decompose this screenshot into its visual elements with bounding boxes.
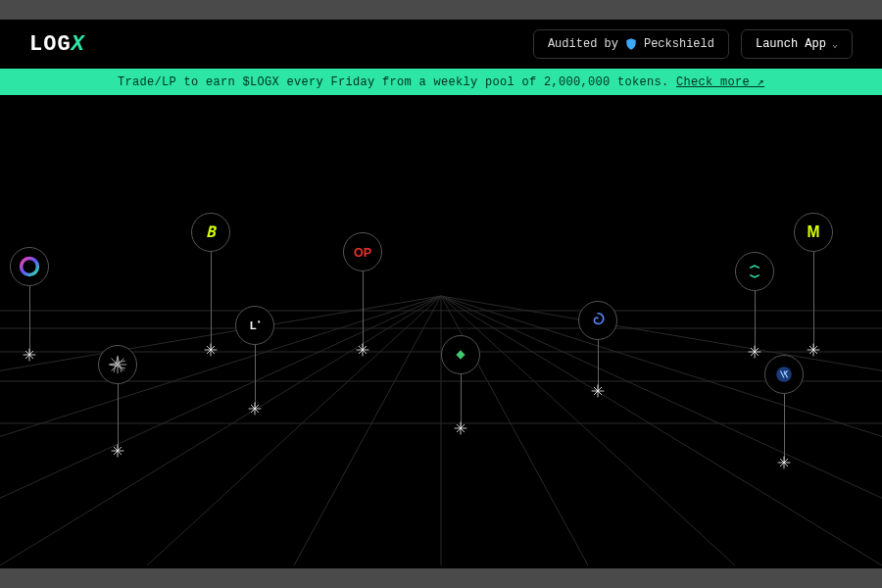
auditor-name: Peckshield: [644, 37, 714, 51]
promo-banner: Trade/LP to earn $LOGX every Friday from…: [0, 69, 882, 95]
shield-blue-icon[interactable]: [764, 355, 804, 394]
svg-text:OP: OP: [354, 246, 371, 260]
node-stem: [211, 252, 212, 350]
node-stem: [363, 271, 364, 350]
hex-ll-icon[interactable]: L: [235, 306, 274, 345]
brand-name: LOG: [29, 32, 72, 57]
svg-point-43: [258, 320, 260, 322]
node-stem: [813, 252, 814, 350]
chain-node-shield-blue: [764, 355, 804, 463]
mantle-m-icon[interactable]: M: [794, 213, 833, 252]
node-stem: [255, 345, 256, 409]
chain-node-bolt-b: B: [191, 213, 230, 350]
chain-node-swirl: [578, 301, 617, 391]
audited-badge[interactable]: Audited by Peckshield: [533, 29, 729, 59]
chain-node-ring-rainbow: [10, 247, 49, 355]
svg-rect-60: [456, 350, 465, 359]
node-stem: [118, 384, 119, 451]
hero-stage: BOPML: [0, 95, 882, 565]
svg-text:M: M: [808, 223, 820, 240]
ring-rainbow-icon[interactable]: [10, 247, 49, 286]
brand-accent: X: [72, 32, 85, 57]
chain-node-diamond-green: [441, 335, 480, 428]
swirl-icon[interactable]: [578, 301, 617, 340]
op-icon[interactable]: OP: [343, 232, 382, 271]
chain-node-starburst: [98, 345, 137, 451]
diamond-green-icon[interactable]: [441, 335, 480, 374]
node-stem: [755, 291, 756, 352]
brand-logo: LOGX: [29, 32, 85, 57]
cube-green-icon[interactable]: [735, 252, 774, 291]
chain-node-mantle-m: M: [794, 213, 833, 350]
chain-node-op: OP: [343, 232, 382, 350]
chain-node-hex-ll: L: [235, 306, 274, 409]
svg-text:B: B: [206, 223, 217, 241]
launch-app-button[interactable]: Launch App ⌄: [741, 29, 853, 59]
node-stem: [784, 394, 785, 463]
chevron-down-icon: ⌄: [832, 38, 838, 50]
node-stem: [29, 286, 30, 355]
audited-prefix: Audited by: [548, 37, 618, 51]
chain-node-cube-green: [735, 252, 774, 352]
banner-text: Trade/LP to earn $LOGX every Friday from…: [118, 75, 669, 89]
header: LOGX Audited by Peckshield Launch App ⌄: [0, 20, 882, 69]
svg-point-18: [22, 259, 38, 275]
launch-label: Launch App: [756, 37, 826, 51]
shield-icon: [624, 37, 638, 51]
starburst-icon[interactable]: [98, 345, 137, 384]
bolt-b-icon[interactable]: B: [191, 213, 230, 252]
banner-link[interactable]: Check more ↗: [676, 75, 764, 89]
svg-text:L: L: [250, 319, 257, 331]
node-stem: [461, 374, 462, 428]
node-stem: [598, 340, 599, 391]
